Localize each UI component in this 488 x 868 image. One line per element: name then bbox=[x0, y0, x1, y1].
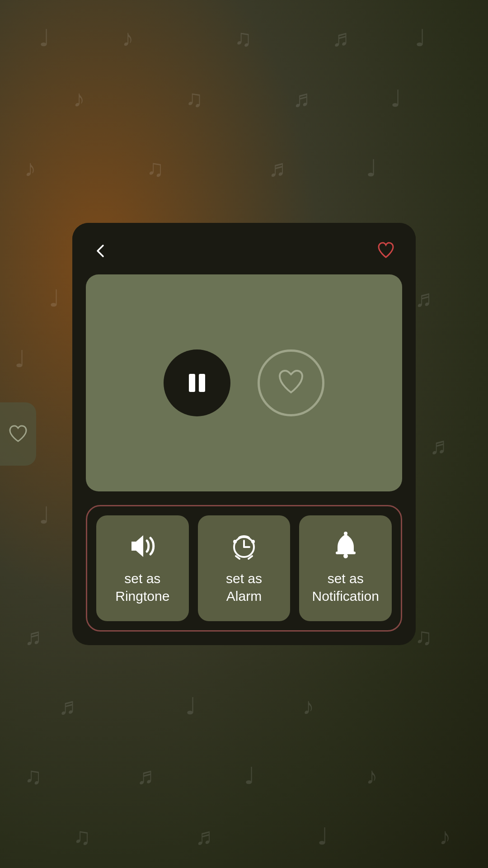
svg-point-7 bbox=[233, 540, 237, 543]
album-art bbox=[86, 274, 402, 491]
svg-rect-0 bbox=[189, 374, 195, 392]
player-card: set as Ringtone bbox=[72, 223, 416, 645]
pause-button[interactable] bbox=[164, 349, 230, 416]
svg-rect-1 bbox=[199, 374, 205, 392]
set-notification-button[interactable]: set as Notification bbox=[299, 515, 392, 621]
set-alarm-button[interactable]: set as Alarm bbox=[198, 515, 291, 621]
alarm-icon bbox=[230, 532, 258, 561]
svg-point-8 bbox=[251, 540, 255, 543]
alarm-label: set as Alarm bbox=[207, 570, 282, 605]
heart-icon bbox=[376, 241, 396, 261]
back-button[interactable] bbox=[92, 243, 108, 259]
svg-point-11 bbox=[344, 532, 347, 535]
set-ringtone-button[interactable]: set as Ringtone bbox=[96, 515, 189, 621]
speaker-icon bbox=[128, 532, 157, 561]
like-heart-icon bbox=[275, 367, 307, 399]
svg-point-10 bbox=[343, 554, 348, 558]
ringtone-label: set as Ringtone bbox=[105, 570, 180, 605]
card-header bbox=[72, 223, 416, 270]
back-arrow-icon bbox=[92, 243, 108, 259]
like-button[interactable] bbox=[258, 349, 324, 416]
main-container: set as Ringtone bbox=[0, 0, 488, 868]
pause-icon bbox=[183, 369, 211, 396]
favorite-button[interactable] bbox=[376, 241, 396, 261]
bell-icon bbox=[331, 532, 360, 561]
notification-label: set as Notification bbox=[308, 570, 383, 605]
action-section: set as Ringtone bbox=[86, 505, 402, 632]
